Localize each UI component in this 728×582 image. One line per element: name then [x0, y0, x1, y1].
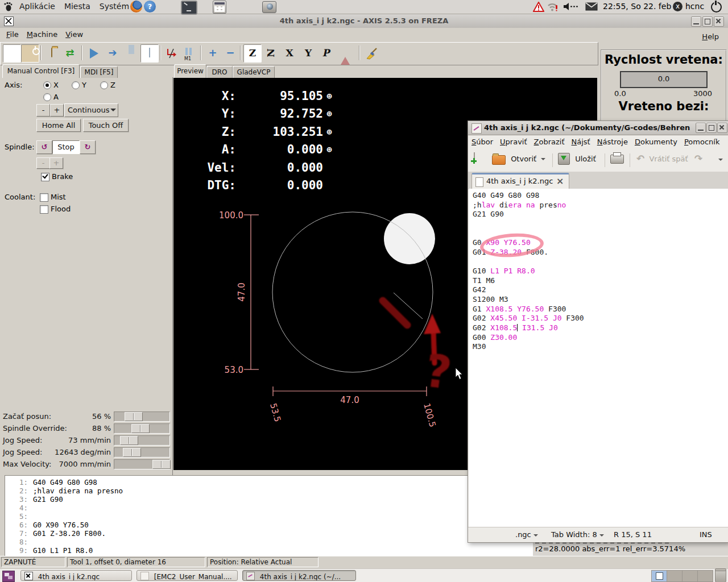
spindle-slower-button[interactable]: -: [36, 157, 50, 169]
tab-width-select[interactable]: Tab Width: 8: [551, 530, 604, 539]
gedit-code-line[interactable]: G21 G90: [473, 210, 728, 219]
spindle-cw-button[interactable]: ↻: [80, 140, 96, 154]
taskbar-window-button[interactable]: [EMC2_User_Manual....: [136, 570, 238, 581]
warning-tray-icon[interactable]: [533, 2, 544, 14]
gedit-code-line[interactable]: G02 X45.50 I-31.5 J0 F300: [473, 314, 728, 323]
maximize-button[interactable]: [702, 16, 713, 27]
view-perspective-button[interactable]: P: [317, 44, 336, 63]
gedit-code-line[interactable]: G42: [473, 285, 728, 295]
gedit-code-line[interactable]: M30: [473, 342, 728, 352]
network-tray-icon[interactable]: [547, 2, 559, 14]
estop-button[interactable]: [3, 44, 21, 63]
home-all-button[interactable]: Home All: [36, 119, 81, 132]
gedit-code-line[interactable]: ;hlav diera na presno: [473, 201, 728, 210]
slider-track[interactable]: [114, 411, 170, 422]
gedit-code-line[interactable]: T1 M6: [473, 276, 728, 286]
workspace-switcher[interactable]: [651, 570, 713, 582]
gedit-code-line[interactable]: G40 G49 G80 G98: [473, 191, 728, 201]
filetype-select[interactable]: .ngc: [515, 530, 538, 539]
optional-pause-button[interactable]: M1: [181, 44, 199, 63]
trash-icon[interactable]: [715, 569, 726, 582]
run-from-line-button[interactable]: [163, 44, 181, 63]
mist-checkbox[interactable]: [40, 193, 48, 202]
radio-axis-y[interactable]: [72, 81, 80, 89]
print-button[interactable]: [610, 151, 624, 164]
gedit-menu-item[interactable]: Zobraziť: [531, 135, 568, 148]
view-x-button[interactable]: X: [280, 44, 299, 63]
help-menu-item[interactable]: Help: [698, 30, 722, 43]
screenshot-launcher-icon[interactable]: [262, 1, 276, 13]
open-button[interactable]: Otvoriť: [492, 153, 545, 165]
gedit-maximize-button[interactable]: [706, 123, 717, 133]
stop-button[interactable]: [140, 44, 159, 63]
slider-handle[interactable]: [152, 460, 171, 469]
radio-axis-z[interactable]: [100, 81, 108, 89]
shutdown-icon[interactable]: [711, 2, 722, 13]
tab-gladevcp[interactable]: GladeVCP: [233, 66, 275, 78]
reload-file-button[interactable]: ⇄: [61, 44, 79, 63]
taskbar-window-button[interactable]: 4th axis_i j k2.ngc: [20, 570, 132, 581]
clear-plot-button[interactable]: [363, 44, 381, 63]
gedit-menu-item[interactable]: Súbor: [468, 135, 497, 148]
new-document-button[interactable]: [474, 153, 475, 161]
radio-axis-x[interactable]: [43, 81, 51, 89]
gedit-code-line[interactable]: S1200 M3: [473, 295, 728, 305]
jog-plus-button[interactable]: +: [50, 104, 64, 117]
gedit-code-line[interactable]: G1 X108.5 Y76.50 F300: [473, 305, 728, 314]
pause-button[interactable]: [122, 44, 140, 63]
zoom-in-button[interactable]: +: [204, 44, 222, 63]
jog-mode-select[interactable]: Continuous: [64, 103, 118, 117]
mail-tray-icon[interactable]: [585, 2, 598, 13]
redo-button[interactable]: ↷: [694, 153, 702, 164]
step-button[interactable]: ➔: [104, 44, 122, 63]
gedit-code-line[interactable]: [473, 257, 728, 267]
touch-off-button[interactable]: Touch Off: [83, 119, 129, 132]
workspace-1[interactable]: [652, 571, 667, 581]
spindle-stop-button[interactable]: Stop: [52, 140, 80, 154]
gnome-logo-icon[interactable]: [3, 2, 13, 13]
volume-muted-tray-icon[interactable]: [563, 2, 579, 13]
slider-track[interactable]: [114, 423, 170, 434]
open-file-button[interactable]: [43, 44, 61, 63]
axis-window-titlebar[interactable]: 4th axis_i j k2.ngc - AXIS 2.5.3 on FREZ…: [0, 14, 728, 28]
spindle-ccw-button[interactable]: ↺: [36, 140, 52, 154]
brake-checkbox[interactable]: [41, 173, 49, 181]
help-launcher-icon[interactable]: ?: [144, 1, 156, 13]
slider-handle[interactable]: [131, 424, 150, 433]
gedit-menu-item[interactable]: Pomocník: [681, 135, 723, 148]
workspace-3[interactable]: [682, 571, 698, 581]
window-list-icon[interactable]: [2, 571, 15, 582]
view-z-rotated-button[interactable]: N: [262, 44, 280, 63]
workspace-2[interactable]: [667, 571, 682, 581]
run-program-button[interactable]: [85, 44, 103, 63]
gedit-code-line[interactable]: G10 L1 P1 R8.0: [473, 267, 728, 276]
axis-menu-item[interactable]: Machine: [23, 28, 61, 41]
close-button[interactable]: [714, 16, 724, 27]
flood-checkbox[interactable]: [40, 205, 48, 214]
axis-menu-item[interactable]: View: [61, 28, 87, 41]
gedit-menu-item[interactable]: Dokumenty: [631, 135, 681, 148]
view-z-button[interactable]: Z: [243, 44, 262, 63]
terminal-launcher-icon[interactable]: [181, 1, 197, 15]
slider-handle[interactable]: [125, 412, 143, 421]
username[interactable]: hcnc: [685, 2, 704, 11]
undo-button[interactable]: ↶ Vrátiť späť: [636, 153, 688, 164]
slider-track[interactable]: [114, 447, 170, 458]
program-line[interactable]: 9: G10 L1 P1 R8.0: [5, 546, 597, 555]
gedit-document-tab[interactable]: 4th axis_i j k2.ngc ×: [471, 173, 569, 190]
gedit-close-button[interactable]: [717, 123, 727, 133]
gedit-menu-item[interactable]: Nástroje: [594, 135, 631, 148]
workspace-4[interactable]: [698, 571, 713, 581]
slider-track[interactable]: [114, 459, 170, 469]
tab-close-icon[interactable]: ×: [556, 176, 564, 186]
rotate-view-button[interactable]: [336, 44, 354, 63]
toolbar-overflow-chevron-icon[interactable]: [716, 155, 723, 163]
tab-preview[interactable]: Preview: [174, 64, 206, 78]
gedit-code-line[interactable]: G00 Z30.00: [473, 333, 728, 343]
radio-axis-a[interactable]: [43, 93, 51, 101]
slider-handle[interactable]: [123, 448, 141, 457]
calculator-launcher-icon[interactable]: [213, 1, 226, 14]
machine-power-button[interactable]: [21, 44, 39, 63]
tab-mdi[interactable]: MDI [F5]: [80, 66, 118, 78]
minimize-button[interactable]: [691, 16, 701, 27]
